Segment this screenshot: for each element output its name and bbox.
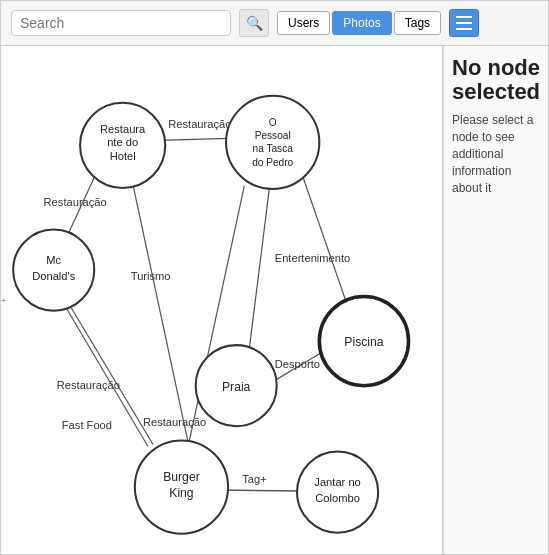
app-container: 🔍 Users Photos Tags Restauração Restau [0,0,549,555]
side-panel-title: No node selected [452,56,540,104]
svg-rect-0 [456,16,472,18]
svg-text:Burger: Burger [163,470,200,484]
svg-text:nte do: nte do [107,136,138,148]
svg-text:Turismo: Turismo [131,270,171,282]
filter-users-button[interactable]: Users [277,11,330,35]
side-panel-description: Please select a node to see additional i… [452,112,540,196]
svg-text:Desporto: Desporto [275,358,320,370]
svg-text:Praia: Praia [222,380,251,394]
svg-text:O: O [269,117,277,128]
graph-svg: Restauração Restauração Turismo Enterten… [1,46,442,554]
svg-line-3 [158,138,229,140]
svg-point-26 [226,96,319,189]
svg-text:do Pedro: do Pedro [252,157,293,168]
toolbar: 🔍 Users Photos Tags [1,1,548,46]
svg-text:Entertenimento: Entertenimento [275,252,351,264]
svg-text:Piscina: Piscina [344,335,383,349]
svg-line-19 [219,490,300,491]
svg-text:Donald's: Donald's [32,270,75,282]
svg-text:Fast Food: Fast Food [62,419,112,431]
svg-line-21 [300,169,346,301]
filter-buttons: Users Photos Tags [277,11,441,35]
svg-text:Jantar no: Jantar no [314,476,360,488]
search-box [11,10,231,36]
svg-text:Mc: Mc [46,254,61,266]
svg-text:Colombo: Colombo [315,492,360,504]
svg-text:Pessoal: Pessoal [255,130,291,141]
svg-rect-1 [456,22,472,24]
resize-handle[interactable]: ↔ [1,291,9,309]
menu-icon [456,16,472,30]
svg-line-7 [133,184,189,445]
search-button[interactable]: 🔍 [239,9,269,37]
menu-button[interactable] [449,9,479,37]
main-content: Restauração Restauração Turismo Enterten… [1,46,548,554]
graph-area[interactable]: Restauração Restauração Turismo Enterten… [1,46,443,554]
svg-rect-2 [456,28,472,30]
search-input[interactable] [20,15,222,31]
svg-text:Restauração: Restauração [143,416,206,428]
svg-text:Hotel: Hotel [110,150,136,162]
svg-text:Restauração: Restauração [44,196,107,208]
svg-text:Restaura: Restaura [100,123,146,135]
side-panel: No node selected Please select a node to… [443,46,548,554]
svg-line-9 [249,186,269,348]
svg-text:King: King [169,486,193,500]
filter-photos-button[interactable]: Photos [332,11,391,35]
filter-tags-button[interactable]: Tags [394,11,441,35]
svg-text:Restauração: Restauração [168,118,231,130]
svg-text:Tag+: Tag+ [242,473,266,485]
svg-text:na Tasca: na Tasca [253,143,294,154]
svg-text:Restauração: Restauração [57,379,120,391]
